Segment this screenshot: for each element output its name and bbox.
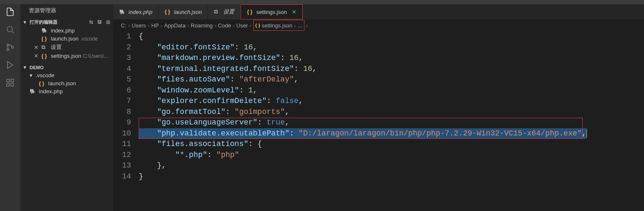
editor-area: 🐘index.php{ }launch.json⧉设置{ }settings.j… — [113, 4, 644, 211]
code-line[interactable]: "*.php": "php" — [139, 150, 644, 161]
breadcrumb-separator: › — [128, 22, 130, 29]
source-control-icon[interactable] — [5, 42, 15, 52]
close-icon[interactable]: ✕ — [292, 9, 296, 15]
main: 资源管理器 ▾ 打开的编辑器 ⇆ 🖫 ⊟ 🐘index.php{ }launch… — [0, 4, 644, 211]
file-desc: .vscode — [80, 36, 98, 42]
breadcrumb-separator: › — [306, 22, 308, 29]
chevron-down-icon: ▾ — [24, 65, 29, 70]
line-number: 12 — [113, 150, 131, 161]
code-line[interactable]: }, — [139, 160, 644, 171]
tab[interactable]: { }launch.json — [159, 4, 208, 19]
workspace-header[interactable]: ▾ DEMO — [20, 63, 113, 71]
tab-bar: 🐘index.php{ }launch.json⧉设置{ }settings.j… — [113, 4, 644, 19]
debug-icon[interactable] — [5, 60, 15, 70]
tree-file[interactable]: { }launch.json — [20, 79, 113, 87]
code-line[interactable]: "php.validate.executablePath": "D:/larag… — [139, 128, 644, 139]
tree-file[interactable]: 🐘index.php — [20, 87, 113, 95]
line-number: 11 — [113, 139, 131, 150]
code-lines[interactable]: { "editor.fontSize": 16, "markdown.previ… — [139, 31, 644, 182]
settings-icon: ⧉ — [41, 44, 48, 51]
breadcrumb-segment[interactable]: Roaming — [191, 22, 213, 29]
breadcrumb-segment[interactable]: HP — [151, 22, 159, 29]
json-icon: { } — [41, 36, 48, 42]
files-icon[interactable] — [5, 7, 15, 17]
code-line[interactable]: "editor.fontSize": 16, — [139, 42, 644, 53]
code-line[interactable]: "explorer.confirmDelete": false, — [139, 96, 644, 107]
svg-rect-7 — [11, 84, 14, 86]
code-editor[interactable]: 1234567891011121314 { "editor.fontSize":… — [113, 31, 644, 182]
breadcrumb-segment[interactable]: Code — [218, 22, 231, 29]
tab[interactable]: 🐘index.php — [113, 4, 159, 19]
code-line[interactable]: "window.zoomLevel": 1, — [139, 85, 644, 96]
line-number: 4 — [113, 64, 131, 75]
line-number: 5 — [113, 74, 131, 85]
toggle-icon[interactable]: ⇆ — [89, 19, 93, 25]
line-number: 6 — [113, 85, 131, 96]
code-line[interactable]: "files.autoSave": "afterDelay", — [139, 74, 644, 85]
line-number: 10 — [113, 128, 131, 139]
svg-point-2 — [7, 49, 9, 51]
breadcrumb-segment[interactable]: User — [236, 22, 248, 29]
breadcrumb-segment[interactable]: Users — [132, 22, 146, 29]
breadcrumb-segment[interactable]: AppData — [164, 22, 186, 29]
svg-rect-6 — [7, 84, 9, 86]
line-number: 3 — [113, 53, 131, 64]
line-number: 14 — [113, 171, 131, 182]
breadcrumb-segment[interactable]: C: — [121, 22, 126, 29]
tab-label: launch.json — [174, 9, 202, 15]
gutter: 1234567891011121314 — [113, 31, 139, 182]
code-line[interactable]: { — [139, 31, 644, 42]
line-number: 13 — [113, 160, 131, 171]
chevron-down-icon: ▾ — [30, 72, 35, 78]
code-line[interactable]: "go.formatTool": "goimports", — [139, 107, 644, 118]
json-icon: { } — [39, 81, 46, 87]
open-editor-item[interactable]: 🐘index.php — [20, 27, 113, 35]
close-icon[interactable]: ✕ — [34, 53, 41, 59]
breadcrumb-separator: › — [148, 22, 149, 29]
sidebar: 资源管理器 ▾ 打开的编辑器 ⇆ 🖫 ⊟ 🐘index.php{ }launch… — [20, 4, 113, 211]
breadcrumb-separator: › — [187, 22, 189, 29]
save-all-icon[interactable]: 🖫 — [97, 19, 102, 25]
file-name: index.php — [39, 88, 63, 95]
search-icon[interactable] — [5, 24, 15, 35]
breadcrumb[interactable]: C:›Users›HP›AppData›Roaming›Code›User›{ … — [113, 19, 644, 31]
file-name: index.php — [51, 27, 74, 34]
breadcrumb-separator: › — [249, 22, 251, 29]
code-line[interactable]: "go.useLanguageServer": true, — [139, 117, 644, 128]
breadcrumb-separator: › — [161, 22, 162, 29]
folder-row[interactable]: ▾ .vscode — [20, 71, 113, 79]
close-icon[interactable]: ✕ — [34, 44, 41, 51]
open-editor-item[interactable]: ✕⧉设置 — [20, 43, 113, 52]
breadcrumb-separator: › — [233, 22, 234, 29]
breadcrumb-current[interactable]: { }settings.json›... — [253, 20, 304, 31]
php-icon: 🐘 — [41, 28, 48, 33]
file-name: 设置 — [51, 43, 62, 51]
svg-point-3 — [11, 46, 14, 49]
tab[interactable]: ⧉设置 — [208, 4, 241, 19]
close-all-icon[interactable]: ⊟ — [106, 19, 110, 25]
cursor — [586, 129, 587, 138]
json-icon: { } — [164, 9, 171, 15]
open-editor-item[interactable]: ✕{ }settings.jsonC:\Users\... — [20, 52, 113, 60]
php-icon: 🐘 — [30, 89, 36, 94]
folder-name: .vscode — [36, 72, 55, 78]
code-line[interactable]: "files.associations": { — [139, 139, 644, 150]
activity-bar — [0, 4, 20, 211]
json-icon: { } — [41, 53, 48, 59]
code-line[interactable]: "markdown.preview.fontSize": 16, — [139, 53, 644, 64]
tab[interactable]: { }settings.json✕ — [241, 4, 303, 19]
tab-label: index.php — [129, 9, 152, 15]
file-desc: C:\Users\... — [83, 53, 108, 59]
file-name: launch.json — [51, 35, 79, 42]
line-number: 9 — [113, 117, 131, 128]
code-line[interactable]: "terminal.integrated.fontSize": 16, — [139, 64, 644, 75]
svg-point-0 — [7, 27, 13, 32]
line-number: 2 — [113, 42, 131, 53]
open-editors-label: 打开的编辑器 — [30, 19, 58, 25]
open-editors-header[interactable]: ▾ 打开的编辑器 ⇆ 🖫 ⊟ — [20, 18, 113, 27]
tab-label: settings.json — [256, 9, 287, 15]
extensions-icon[interactable] — [5, 78, 15, 88]
file-name: settings.json — [51, 53, 81, 59]
code-line[interactable]: } — [139, 171, 644, 182]
open-editor-item[interactable]: { }launch.json.vscode — [20, 35, 113, 43]
